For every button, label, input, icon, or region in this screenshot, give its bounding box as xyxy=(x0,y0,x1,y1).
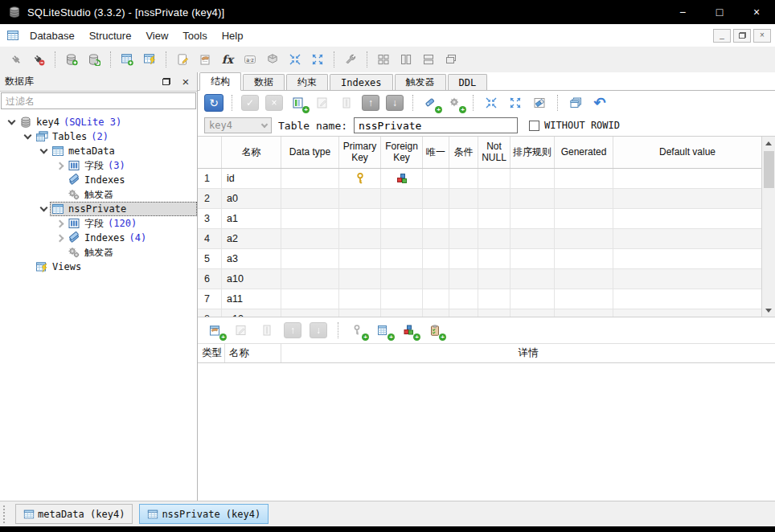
default-cell[interactable] xyxy=(613,269,761,289)
import-button[interactable] xyxy=(284,49,306,70)
column-name-cell[interactable]: a2 xyxy=(222,229,281,248)
undo-button[interactable]: ↶ xyxy=(588,92,611,113)
column-name-cell[interactable]: a12 xyxy=(222,309,281,317)
datatype-cell[interactable] xyxy=(281,189,339,208)
column-name-cell[interactable]: a1 xyxy=(222,209,281,228)
primary-key-cell[interactable] xyxy=(339,189,381,208)
open-functions-editor-button[interactable]: fx xyxy=(216,49,239,70)
collate-cell[interactable] xyxy=(511,169,555,188)
unique-cell[interactable] xyxy=(423,269,449,289)
generated-cell[interactable] xyxy=(555,309,613,317)
generated-cell[interactable] xyxy=(555,209,613,228)
chevron-down-icon[interactable] xyxy=(37,145,50,158)
task-button-nssprivate[interactable]: nssPrivate (key4) xyxy=(139,504,269,524)
generated-cell[interactable] xyxy=(555,249,613,268)
scrollbar-thumb[interactable] xyxy=(764,151,774,188)
notnull-cell[interactable] xyxy=(478,209,511,228)
minimize-button[interactable]: − xyxy=(664,0,701,24)
generated-cell[interactable] xyxy=(555,269,613,289)
tree-item-nssprivate[interactable]: nssPrivate xyxy=(0,202,197,216)
create-index-button[interactable]: + xyxy=(420,92,442,113)
rollback-structure-button[interactable]: × xyxy=(263,92,285,113)
tree-item-metadata-indexes[interactable]: Indexes xyxy=(0,173,197,187)
column-name-cell[interactable]: a11 xyxy=(222,289,281,309)
tree-item-metadata-columns[interactable]: 字段 (3) xyxy=(0,158,197,173)
notnull-cell[interactable] xyxy=(478,309,511,317)
tree-item-key4[interactable]: key4 (SQLite 3) xyxy=(0,115,197,129)
column-row-a1[interactable]: 3 a1 xyxy=(198,209,761,229)
tree-item-nssprivate-triggers[interactable]: 触发器 xyxy=(0,245,197,260)
tree-item-metadata-triggers[interactable]: 触发器 xyxy=(0,187,197,202)
edit-constraint-button[interactable] xyxy=(230,320,252,341)
collate-cell[interactable] xyxy=(511,309,555,317)
tab-triggers[interactable]: 触发器 xyxy=(395,74,446,90)
column-row-a12-partial[interactable]: 8 a12 xyxy=(198,309,761,317)
mdi-tile-vertical-button[interactable] xyxy=(395,49,417,70)
open-sql-editor-button[interactable] xyxy=(171,49,194,70)
edit-column-button[interactable] xyxy=(311,92,334,113)
datatype-cell[interactable] xyxy=(281,169,339,188)
check-cell[interactable] xyxy=(449,249,478,268)
column-row-a11[interactable]: 7 a11 xyxy=(198,289,761,309)
default-cell[interactable] xyxy=(613,189,761,208)
collate-cell[interactable] xyxy=(511,189,555,208)
unique-cell[interactable] xyxy=(423,229,449,248)
primary-key-cell[interactable] xyxy=(339,249,381,268)
check-cell[interactable] xyxy=(449,269,478,289)
extensions-button[interactable] xyxy=(261,49,284,70)
collate-cell[interactable] xyxy=(511,269,555,289)
export-data-button[interactable] xyxy=(504,92,527,113)
refresh-structure-button[interactable]: ↻ xyxy=(203,92,225,113)
datatype-cell[interactable] xyxy=(281,229,339,248)
chevron-down-icon[interactable] xyxy=(21,130,34,143)
tree-item-nssprivate-columns[interactable]: 字段 (120) xyxy=(0,216,197,231)
create-trigger-button[interactable]: + xyxy=(444,92,466,113)
collate-cell[interactable] xyxy=(511,229,555,248)
foreign-key-cell[interactable] xyxy=(381,189,423,208)
move-constraint-down-button[interactable]: ↓ xyxy=(307,320,330,341)
add-table-constraint-button[interactable]: + xyxy=(204,320,227,341)
column-row-a10[interactable]: 6 a10 xyxy=(198,269,761,289)
chevron-right-icon[interactable] xyxy=(53,231,66,244)
task-button-metadata[interactable]: metaData (key4) xyxy=(15,504,133,524)
tree-item-nssprivate-indexes[interactable]: Indexes (4) xyxy=(0,231,197,245)
menu-tools[interactable]: Tools xyxy=(175,26,214,46)
commit-structure-button[interactable]: ✓ xyxy=(239,92,261,113)
default-cell[interactable] xyxy=(613,229,761,248)
move-constraint-up-button[interactable]: ↑ xyxy=(281,320,304,341)
add-foreign-key-button[interactable]: + xyxy=(372,320,395,341)
erase-data-button[interactable] xyxy=(528,92,551,113)
check-cell[interactable] xyxy=(449,209,478,228)
foreign-key-cell[interactable] xyxy=(381,169,423,188)
tree-item-metadata[interactable]: metaData xyxy=(0,144,197,158)
column-row-a3[interactable]: 5 a3 xyxy=(198,249,761,269)
datatype-cell[interactable] xyxy=(281,289,339,309)
collate-cell[interactable] xyxy=(511,289,555,309)
column-row-a0[interactable]: 2 a0 xyxy=(198,189,761,209)
menu-help[interactable]: Help xyxy=(215,26,251,46)
add-check-constraint-button[interactable]: + xyxy=(424,320,446,341)
export-button[interactable] xyxy=(306,49,329,70)
delete-column-button[interactable] xyxy=(335,92,358,113)
notnull-cell[interactable] xyxy=(478,289,511,309)
menu-view[interactable]: View xyxy=(138,26,175,46)
datatype-cell[interactable] xyxy=(281,249,339,268)
selected-tree-row[interactable]: nssPrivate xyxy=(50,202,197,216)
check-cell[interactable] xyxy=(449,309,478,317)
notnull-cell[interactable] xyxy=(478,169,511,188)
primary-key-cell[interactable] xyxy=(339,309,381,317)
default-cell[interactable] xyxy=(613,309,761,317)
unique-cell[interactable] xyxy=(423,289,449,309)
column-name-cell[interactable]: a10 xyxy=(222,269,281,289)
open-collations-editor-button[interactable]: a·z xyxy=(239,49,261,70)
foreign-key-cell[interactable] xyxy=(381,229,423,248)
scroll-up-arrow[interactable] xyxy=(762,137,775,149)
tree-item-views[interactable]: Views xyxy=(0,260,197,274)
mdi-close-button[interactable]: × xyxy=(753,29,771,43)
default-cell[interactable] xyxy=(613,289,761,309)
delete-constraint-button[interactable] xyxy=(256,320,278,341)
without-rowid-checkbox[interactable] xyxy=(529,121,539,131)
move-column-up-button[interactable]: ↑ xyxy=(359,92,382,113)
tab-structure[interactable]: 结构 xyxy=(199,72,241,91)
tab-indexes[interactable]: Indexes xyxy=(330,74,393,90)
